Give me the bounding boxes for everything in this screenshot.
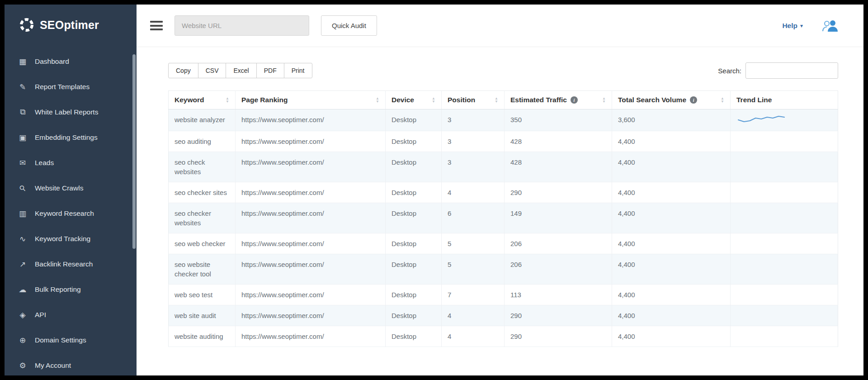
website-url-input[interactable]: [175, 15, 309, 36]
logo-text: SEOptimer: [40, 19, 99, 32]
export-excel-button[interactable]: Excel: [226, 63, 256, 78]
sort-icon[interactable]: ▲▼: [721, 97, 724, 103]
export-pdf-button[interactable]: PDF: [256, 63, 284, 78]
total-search-volume-cell: 4,400: [612, 152, 731, 182]
sort-icon[interactable]: ▲▼: [495, 97, 498, 103]
trend-line-cell: [731, 152, 838, 182]
sidebar-item-label: API: [35, 311, 46, 319]
magnifier-icon: ⚲: [15, 181, 30, 195]
content-area: CopyCSVExcelPDFPrint Search: Keyword▲▼Pa…: [137, 47, 863, 375]
search-label: Search:: [718, 67, 741, 75]
app-window: SEOptimer ▦Dashboard✎Report Templates⧉Wh…: [5, 5, 863, 375]
gear-icon: ⚙: [17, 361, 28, 370]
info-icon[interactable]: i: [690, 96, 697, 104]
sidebar-item-label: Backlink Research: [35, 260, 93, 268]
sidebar-item-label: Embedding Settings: [35, 133, 98, 142]
keyword-cell: seo check websites: [169, 152, 236, 182]
keyword-cell: seo website checker tool: [169, 254, 236, 285]
sidebar-item-keyword-tracking[interactable]: ∿Keyword Tracking: [5, 226, 137, 252]
sidebar-item-label: Bulk Reporting: [35, 285, 81, 294]
table-search-input[interactable]: [745, 62, 838, 79]
help-dropdown[interactable]: Help ▾: [782, 22, 803, 30]
export-csv-button[interactable]: CSV: [198, 63, 226, 78]
estimated-traffic-cell: 290: [505, 326, 612, 347]
column-header-position[interactable]: Position▲▼: [442, 91, 505, 109]
estimated-traffic-cell: 206: [505, 254, 612, 285]
info-icon[interactable]: i: [571, 96, 578, 104]
sidebar-item-leads[interactable]: ✉Leads: [5, 150, 137, 176]
sidebar-item-label: Domain Settings: [35, 336, 86, 344]
sidebar-item-report-templates[interactable]: ✎Report Templates: [5, 74, 137, 100]
column-header-keyword[interactable]: Keyword▲▼: [169, 91, 236, 109]
device-cell: Desktop: [386, 305, 442, 326]
total-search-volume-cell: 3,600: [612, 109, 731, 131]
external-link-icon: ↗: [17, 260, 28, 269]
estimated-traffic-cell: 428: [505, 152, 612, 182]
table-row: seo checker siteshttps://www.seoptimer.c…: [169, 182, 838, 203]
quick-audit-button[interactable]: Quick Audit: [321, 15, 377, 36]
help-label: Help: [782, 22, 797, 30]
copy-pages-icon: ⧉: [17, 108, 28, 117]
sidebar-item-api[interactable]: ◈API: [5, 302, 137, 328]
column-header-estimated_traffic[interactable]: Estimated Traffici▲▼: [505, 91, 612, 109]
total-search-volume-cell: 4,400: [612, 182, 731, 203]
cloud-icon: ☁: [17, 285, 28, 294]
bar-chart-icon: ▥: [17, 209, 28, 218]
position-cell: 5: [442, 233, 505, 254]
total-search-volume-cell: 4,400: [612, 203, 731, 233]
search-control: Search:: [718, 62, 838, 79]
column-label: Page Ranking: [241, 96, 288, 104]
estimated-traffic-cell: 428: [505, 131, 612, 152]
trend-line-cell: [731, 203, 838, 233]
sort-icon[interactable]: ▲▼: [432, 97, 435, 103]
device-cell: Desktop: [386, 131, 442, 152]
position-cell: 3: [442, 131, 505, 152]
table-row: seo checker websiteshttps://www.seoptime…: [169, 203, 838, 233]
api-tag-icon: ◈: [17, 310, 28, 320]
envelope-icon: ✉: [17, 158, 28, 168]
table-row: seo website checker toolhttps://www.seop…: [169, 254, 838, 285]
trend-line-cell: [731, 285, 838, 305]
sidebar-item-embedding-settings[interactable]: ▣Embedding Settings: [5, 125, 137, 150]
trend-line-cell: [731, 109, 838, 131]
sidebar: SEOptimer ▦Dashboard✎Report Templates⧉Wh…: [5, 5, 137, 375]
seoptimer-logo[interactable]: SEOptimer: [5, 5, 137, 33]
estimated-traffic-cell: 206: [505, 233, 612, 254]
sort-icon[interactable]: ▲▼: [226, 97, 229, 103]
sort-icon[interactable]: ▲▼: [602, 97, 606, 103]
position-cell: 3: [442, 152, 505, 182]
column-header-total_search_volume[interactable]: Total Search Volumei▲▼: [612, 91, 731, 109]
user-account-icon[interactable]: [822, 19, 839, 32]
keyword-cell: web seo test: [169, 285, 236, 305]
header-row: Keyword▲▼Page Ranking▲▼Device▲▼Position▲…: [169, 91, 838, 109]
sidebar-item-my-account[interactable]: ⚙My Account: [5, 353, 137, 375]
column-header-page_ranking[interactable]: Page Ranking▲▼: [236, 91, 386, 109]
position-cell: 4: [442, 305, 505, 326]
keyword-cell: seo auditing: [169, 131, 236, 152]
keyword-cell: website analyzer: [169, 109, 236, 131]
table-row: website analyzerhttps://www.seoptimer.co…: [169, 109, 838, 131]
seoptimer-logo-icon: [19, 17, 34, 33]
sidebar-item-domain-settings[interactable]: ⊕Domain Settings: [5, 328, 137, 353]
sidebar-item-website-crawls[interactable]: ⚲Website Crawls: [5, 176, 137, 201]
device-cell: Desktop: [386, 233, 442, 254]
sidebar-item-dashboard[interactable]: ▦Dashboard: [5, 49, 137, 74]
position-cell: 4: [442, 182, 505, 203]
estimated-traffic-cell: 149: [505, 203, 612, 233]
export-copy-button[interactable]: Copy: [168, 63, 198, 78]
sort-icon[interactable]: ▲▼: [376, 97, 379, 103]
sidebar-item-white-label-reports[interactable]: ⧉White Label Reports: [5, 100, 137, 125]
page-ranking-cell: https://www.seoptimer.com/: [236, 182, 386, 203]
sidebar-item-bulk-reporting[interactable]: ☁Bulk Reporting: [5, 277, 137, 302]
export-print-button[interactable]: Print: [284, 63, 312, 78]
column-header-device[interactable]: Device▲▼: [386, 91, 442, 109]
sidebar-item-keyword-research[interactable]: ▥Keyword Research: [5, 201, 137, 226]
keyword-table: Keyword▲▼Page Ranking▲▼Device▲▼Position▲…: [168, 90, 838, 347]
sidebar-item-label: White Label Reports: [35, 108, 98, 116]
sidebar-item-label: Leads: [35, 159, 54, 167]
sidebar-item-backlink-research[interactable]: ↗Backlink Research: [5, 252, 137, 277]
sidebar-menu: ▦Dashboard✎Report Templates⧉White Label …: [5, 49, 137, 375]
sidebar-scrollbar[interactable]: [132, 54, 136, 249]
position-cell: 3: [442, 109, 505, 131]
menu-toggle-icon[interactable]: [150, 21, 163, 30]
